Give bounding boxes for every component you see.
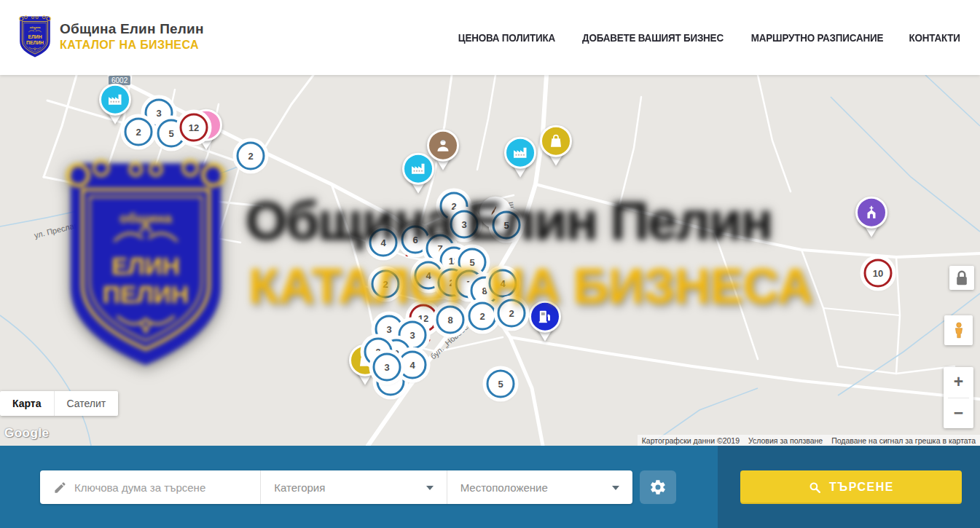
main-nav: ЦЕНОВА ПОЛИТИКА ДОБАВЕТЕ ВАШИЯТ БИЗНЕС М…: [456, 0, 961, 75]
markers-layer: 32512223564713542278422128338343510: [0, 75, 980, 446]
zoom-control: + −: [944, 367, 973, 428]
cluster-marker[interactable]: 4: [369, 229, 398, 257]
cluster-marker[interactable]: 2: [498, 299, 526, 328]
cluster-marker[interactable]: 2: [372, 270, 400, 299]
factory-icon: [511, 144, 529, 162]
svg-text:община: община: [30, 26, 41, 29]
factory-pin-marker[interactable]: [99, 84, 131, 125]
zoom-out-button[interactable]: −: [944, 398, 973, 428]
nav-route-schedule[interactable]: МАРШРУТНО РАЗПИСАНИЕ: [751, 32, 883, 44]
location-select-value: Местоположение: [460, 481, 548, 494]
search-icon: [808, 481, 822, 494]
site-title: Община Елин Пелин: [60, 20, 204, 38]
page: общинаЕЛИНПЕЛИН Община Елин Пелин КАТАЛО…: [0, 0, 980, 528]
search-button[interactable]: ТЪРСЕНЕ: [740, 470, 962, 504]
cluster-marker[interactable]: 2: [469, 302, 497, 331]
municipality-crest-logo: общинаЕЛИНПЕЛИН: [17, 15, 52, 58]
map-type-satellite-button[interactable]: Сателит: [54, 391, 119, 416]
cluster-marker[interactable]: 12: [180, 114, 208, 142]
pencil-icon: [53, 481, 67, 494]
google-logo[interactable]: Google: [4, 426, 50, 441]
chevron-down-icon: [612, 486, 619, 490]
cluster-marker[interactable]: 2: [125, 118, 153, 146]
church-icon: [863, 204, 880, 221]
keyword-section: [40, 470, 261, 504]
nav-add-your-business[interactable]: ДОБАВЕТЕ ВАШИЯТ БИЗНЕС: [582, 32, 724, 44]
worker-icon: [434, 137, 452, 154]
gear-icon: [649, 478, 667, 496]
chevron-down-icon: [426, 486, 434, 490]
cluster-marker[interactable]: 3: [373, 353, 401, 382]
cluster-marker[interactable]: 3: [450, 210, 479, 239]
report-map-error-link[interactable]: Подаване на сигнал за грешка в картата: [827, 436, 980, 445]
cluster-marker[interactable]: 5: [493, 211, 521, 240]
location-select[interactable]: Местоположение: [447, 470, 632, 504]
advanced-settings-button[interactable]: [640, 470, 676, 504]
map-type-control: Карта Сателит: [0, 391, 118, 416]
church-pin-marker[interactable]: [855, 197, 887, 237]
cluster-marker[interactable]: 4: [399, 351, 427, 379]
shopping-bag-icon: [547, 133, 565, 150]
factory-pin-marker[interactable]: [504, 137, 536, 178]
zoom-in-button[interactable]: +: [944, 367, 973, 398]
header: общинаЕЛИНПЕЛИН Община Елин Пелин КАТАЛО…: [0, 0, 980, 75]
street-view-pegman-button[interactable]: [944, 315, 973, 345]
site-subtitle: КАТАЛОГ НА БИЗНЕСА: [60, 38, 204, 52]
category-select-value: Категория: [274, 481, 325, 494]
keyword-search-input[interactable]: [73, 481, 260, 494]
map-attribution: Картографски данни ©2019 Условия за полз…: [638, 435, 980, 446]
search-bar: Категория Местоположение ТЪРСЕНЕ: [0, 446, 980, 528]
cluster-marker[interactable]: 2: [237, 142, 265, 170]
terms-of-use-link[interactable]: Условия за ползване: [744, 436, 827, 445]
shopping-bag-pin-marker[interactable]: [540, 125, 572, 166]
nav-contacts[interactable]: КОНТАКТИ: [909, 32, 960, 44]
factory-icon: [106, 91, 124, 109]
svg-text:ЕЛИН: ЕЛИН: [28, 34, 42, 39]
fuel-icon: [536, 308, 554, 326]
map-canvas[interactable]: 6002 ул. Преслав бул. „Новосел щи" 32512…: [0, 75, 980, 446]
lock-icon: [949, 266, 974, 291]
cluster-marker[interactable]: 5: [487, 370, 515, 398]
pegman-icon: [949, 320, 968, 342]
cluster-marker[interactable]: 8: [436, 306, 465, 334]
lock-button[interactable]: [949, 266, 974, 290]
svg-text:ПЕЛИН: ПЕЛИН: [26, 40, 44, 45]
home-link[interactable]: общинаЕЛИНПЕЛИН Община Елин Пелин КАТАЛО…: [17, 15, 204, 58]
nav-pricing-policy[interactable]: ЦЕНОВА ПОЛИТИКА: [458, 32, 555, 44]
cluster-marker[interactable]: 10: [864, 259, 893, 288]
attribution-copyright: Картографски данни ©2019: [638, 436, 744, 445]
search-input-group: Категория Местоположение: [40, 470, 632, 504]
worker-pin-marker[interactable]: [427, 130, 459, 170]
fuel-pin-marker[interactable]: [529, 301, 561, 342]
search-button-label: ТЪРСЕНЕ: [829, 481, 894, 494]
map-type-map-button[interactable]: Карта: [0, 391, 54, 416]
factory-icon: [409, 160, 427, 178]
category-select[interactable]: Категория: [261, 470, 446, 504]
cluster-marker[interactable]: 4: [489, 269, 517, 298]
